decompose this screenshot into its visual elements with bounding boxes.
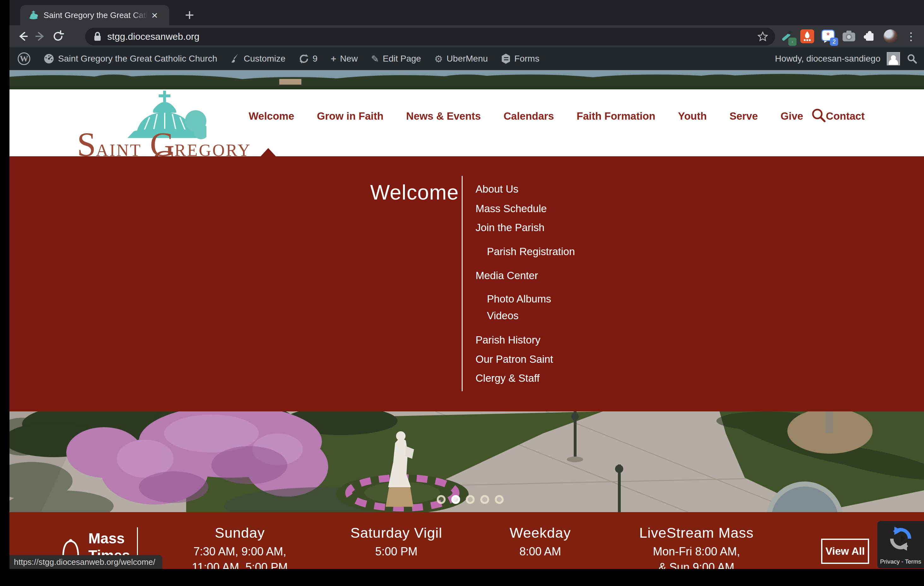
menu-item-mass-schedule[interactable]: Mass Schedule bbox=[475, 203, 575, 214]
menu-item-parish-history[interactable]: Parish History bbox=[475, 334, 575, 346]
url-text: stgg.diocesanweb.org bbox=[107, 31, 757, 42]
carousel-dot-1[interactable] bbox=[437, 495, 446, 504]
menu-item-clergy-staff[interactable]: Clergy & Staff bbox=[475, 372, 575, 384]
admin-search-icon[interactable] bbox=[906, 53, 918, 65]
update-count: 9 bbox=[313, 54, 318, 64]
ubermenu-menu[interactable]: ⚙ UberMenu bbox=[434, 53, 488, 65]
screen: Saint Gregory the Great Cathol × + stgg.… bbox=[0, 0, 924, 586]
nav-serve[interactable]: Serve bbox=[729, 110, 758, 122]
annotate-extension-icon[interactable]: * 2 bbox=[821, 29, 835, 43]
menu-item-parish-registration[interactable]: Parish Registration bbox=[475, 246, 575, 257]
gear-icon: ⚙ bbox=[434, 53, 443, 65]
nav-welcome[interactable]: Welcome bbox=[249, 110, 294, 122]
updates-menu[interactable]: 9 bbox=[299, 54, 318, 64]
menu-item-about-us[interactable]: About Us bbox=[475, 184, 575, 195]
main-navigation: Welcome Grow in Faith News & Events Cale… bbox=[249, 110, 865, 122]
tab-title: Saint Gregory the Great Cathol bbox=[43, 10, 148, 20]
updates-icon bbox=[299, 54, 309, 64]
new-tab-button[interactable]: + bbox=[185, 7, 194, 23]
customize-menu[interactable]: Customize bbox=[230, 53, 285, 64]
browser-toolbar: stgg.diocesanweb.org · * 2 bbox=[10, 25, 924, 47]
mass-divider bbox=[137, 527, 138, 556]
wp-logo-menu[interactable]: W bbox=[18, 52, 30, 65]
welcome-mega-menu: Welcome About Us Mass Schedule Join the … bbox=[10, 156, 924, 411]
view-all-button[interactable]: View All bbox=[821, 539, 869, 564]
carousel-dot-4[interactable] bbox=[480, 495, 489, 504]
pencil-icon: ✎ bbox=[371, 53, 379, 65]
mass-col-sunday: Sunday 7:30 AM, 9:00 AM, 11:00 AM, 5:00 … bbox=[173, 525, 306, 569]
carousel-dots bbox=[437, 495, 504, 504]
mass-col-time: Mon-Fri 8:00 AM, bbox=[653, 545, 740, 558]
carousel-dot-2-active[interactable] bbox=[451, 495, 460, 504]
hero-carousel bbox=[10, 411, 924, 512]
forms-label: Forms bbox=[515, 54, 539, 64]
customize-label: Customize bbox=[244, 54, 285, 64]
extension-badge-count: 2 bbox=[830, 38, 838, 46]
ubermenu-label: UberMenu bbox=[447, 54, 488, 64]
nav-give[interactable]: Give bbox=[781, 110, 804, 122]
new-label: New bbox=[340, 54, 358, 64]
customize-brush-icon bbox=[230, 53, 240, 64]
dropdown-heading: Welcome bbox=[370, 180, 459, 204]
menu-item-our-patron-saint[interactable]: Our Patron Saint bbox=[475, 354, 575, 365]
recaptcha-privacy-terms[interactable]: Privacy - Terms bbox=[880, 558, 921, 565]
back-icon[interactable] bbox=[14, 28, 31, 45]
treeline-photo bbox=[10, 70, 924, 89]
colorpicker-extension-icon[interactable]: · bbox=[779, 29, 794, 43]
recaptcha-badge[interactable]: Privacy - Terms bbox=[877, 521, 924, 568]
menu-item-photo-albums[interactable]: Photo Albums bbox=[475, 293, 575, 305]
svg-text:*: * bbox=[827, 31, 830, 40]
mass-col-livestream: LiveStream Mass Mon-Fri 8:00 AM, & Sun 9… bbox=[630, 525, 763, 569]
mass-col-title: Saturday Vigil bbox=[330, 525, 463, 541]
flame-extension-icon[interactable] bbox=[800, 29, 814, 43]
nav-contact[interactable]: Contact bbox=[826, 110, 865, 122]
nav-grow-in-faith[interactable]: Grow in Faith bbox=[317, 110, 383, 122]
mass-col-saturday-vigil: Saturday Vigil 5:00 PM bbox=[330, 525, 463, 560]
edit-page-label: Edit Page bbox=[383, 54, 421, 64]
site-favicon-icon bbox=[28, 10, 38, 20]
dropdown-caret-icon bbox=[261, 148, 276, 156]
nav-youth[interactable]: Youth bbox=[678, 110, 707, 122]
mass-col-time: 7:30 AM, 9:00 AM, bbox=[193, 545, 286, 558]
menu-item-videos[interactable]: Videos bbox=[475, 310, 575, 321]
site-header: SAINTGREGORY THEGREAT Welcome Grow in Fa… bbox=[10, 89, 924, 156]
mass-label-line1: Mass bbox=[88, 530, 130, 547]
forms-icon bbox=[501, 53, 511, 64]
site-name: Saint Gregory the Great Catholic Church bbox=[58, 54, 217, 64]
user-avatar[interactable] bbox=[887, 52, 900, 65]
tab-strip: Saint Gregory the Great Cathol × + bbox=[10, 0, 924, 25]
nav-faith-formation[interactable]: Faith Formation bbox=[577, 110, 655, 122]
recaptcha-logo-icon bbox=[888, 525, 914, 552]
reload-icon[interactable] bbox=[49, 28, 67, 45]
header-search-icon[interactable] bbox=[811, 108, 826, 124]
nav-news-events[interactable]: News & Events bbox=[406, 110, 481, 122]
site-menu[interactable]: Saint Gregory the Great Catholic Church bbox=[43, 53, 217, 64]
mass-col-title: LiveStream Mass bbox=[630, 525, 763, 541]
camera-extension-icon[interactable] bbox=[842, 29, 856, 43]
mass-col-time2: & Sun 9:00 AM bbox=[658, 561, 734, 569]
browser-menu-icon[interactable]: ⋮ bbox=[906, 30, 916, 43]
menu-item-media-center[interactable]: Media Center bbox=[475, 270, 575, 281]
carousel-dot-5[interactable] bbox=[495, 495, 504, 504]
mass-col-title: Weekday bbox=[474, 525, 607, 541]
new-content-menu[interactable]: + New bbox=[331, 53, 358, 64]
howdy-account-menu[interactable]: Howdy, diocesan-sandiego bbox=[775, 54, 881, 64]
dropdown-list: About Us Mass Schedule Join the Parish P… bbox=[475, 156, 575, 384]
browser-tab[interactable]: Saint Gregory the Great Cathol × bbox=[20, 5, 169, 25]
forms-menu[interactable]: Forms bbox=[501, 53, 539, 64]
address-bar[interactable]: stgg.diocesanweb.org bbox=[85, 28, 775, 45]
edit-page-menu[interactable]: ✎ Edit Page bbox=[371, 53, 421, 65]
nav-calendars[interactable]: Calendars bbox=[504, 110, 554, 122]
extensions-puzzle-icon[interactable] bbox=[863, 29, 877, 43]
status-bar-url: https://stgg.diocesanweb.org/welcome/ bbox=[10, 555, 162, 569]
profile-avatar[interactable] bbox=[884, 29, 898, 43]
carousel-dot-3[interactable] bbox=[466, 495, 475, 504]
tab-close-icon[interactable]: × bbox=[152, 10, 158, 20]
dropdown-divider bbox=[462, 176, 463, 391]
wordpress-logo-icon: W bbox=[18, 52, 30, 65]
wp-admin-bar: W Saint Gregory the Great Catholic Churc… bbox=[10, 47, 924, 70]
mass-col-time2: 11:00 AM, 5:00 PM bbox=[192, 561, 288, 569]
menu-item-join-the-parish[interactable]: Join the Parish bbox=[475, 222, 575, 233]
forward-icon[interactable] bbox=[31, 28, 49, 45]
bookmark-star-icon[interactable] bbox=[757, 31, 769, 43]
